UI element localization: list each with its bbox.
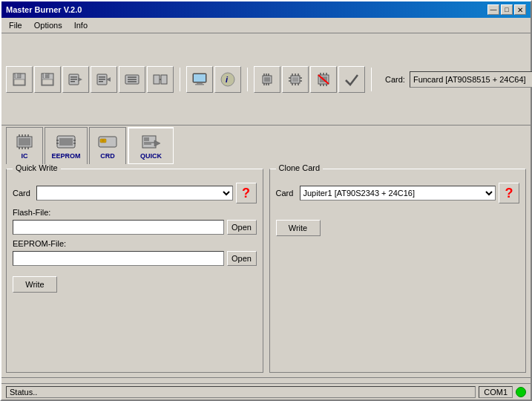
toolbar-btn-1[interactable] — [6, 66, 33, 93]
toolbar-btn-3[interactable] — [62, 66, 89, 93]
cc-card-select[interactable]: Jupiter1 [AT90S2343 + 24C16] — [300, 186, 496, 200]
tab-eeprom-icon — [56, 133, 76, 151]
svg-rect-6 — [44, 74, 45, 78]
qw-card-label: Card — [13, 189, 33, 198]
tab-eeprom[interactable]: EEPROM — [45, 127, 88, 164]
svg-rect-70 — [19, 138, 30, 146]
toolbar-separator-1 — [180, 68, 180, 91]
com-indicator: COM1 — [479, 386, 513, 398]
quick-write-inner: Card ? Flash-File: Open — [13, 178, 257, 293]
cc-card-label: Card — [276, 189, 297, 198]
card-label: Card: — [385, 75, 405, 84]
toolbar-info-btn[interactable]: i — [214, 66, 241, 93]
maximize-button[interactable]: □ — [501, 4, 513, 15]
tab-quick-label: QUICK — [140, 152, 162, 160]
qw-card-select[interactable] — [36, 186, 233, 200]
qw-eeprom-open-btn[interactable]: Open — [227, 251, 257, 266]
read-icon — [68, 71, 84, 88]
tab-quick[interactable]: QUICK — [128, 127, 174, 164]
status-led — [516, 387, 526, 397]
svg-rect-29 — [195, 84, 204, 85]
svg-rect-16 — [99, 79, 105, 80]
svg-rect-3 — [14, 79, 24, 85]
qw-flash-section: Flash-File: Open — [13, 208, 257, 235]
monitor-icon — [191, 71, 208, 88]
menu-info[interactable]: Info — [70, 19, 92, 31]
info-icon: i — [220, 71, 236, 88]
svg-rect-10 — [70, 76, 77, 78]
svg-rect-39 — [264, 77, 270, 82]
quick-write-title: Quick Write — [13, 164, 61, 172]
title-bar-controls: — □ ✕ — [487, 4, 526, 15]
minimize-button[interactable]: — — [487, 4, 499, 15]
tab-ic[interactable]: IC — [6, 127, 43, 164]
tab-ic-label: IC — [22, 152, 28, 160]
status-bar: Status.. COM1 — [1, 383, 531, 400]
svg-rect-12 — [70, 81, 75, 82]
toolbar-check-btn[interactable] — [338, 66, 365, 93]
card-row: Card: Funcard [AT90S8515 + 24C64] — [385, 71, 532, 88]
qw-help-button[interactable]: ? — [236, 183, 257, 203]
toolbar-btn-2[interactable] — [34, 66, 61, 93]
qw-eeprom-section: EEPROM-File: Open — [13, 239, 257, 266]
tab-crd-label: CRD — [100, 152, 115, 160]
toolbar-icon-group-left — [6, 66, 174, 93]
toolbar-separator-3 — [371, 68, 372, 91]
svg-rect-2 — [16, 74, 17, 78]
menu-file[interactable]: File — [4, 19, 27, 31]
cc-write-button[interactable]: Write — [276, 220, 321, 236]
qw-flash-row: Open — [13, 220, 257, 235]
qw-eeprom-row: Open — [13, 251, 257, 266]
svg-rect-7 — [42, 79, 53, 85]
resize-area — [1, 377, 531, 383]
svg-marker-13 — [78, 77, 82, 82]
toolbar-chip2-btn[interactable] — [282, 66, 309, 93]
qw-flash-input[interactable] — [13, 220, 224, 235]
clone-card-inner: Card Jupiter1 [AT90S2343 + 24C16] ? Writ… — [276, 178, 520, 236]
qw-flash-label: Flash-File: — [13, 208, 257, 217]
svg-rect-28 — [197, 82, 203, 84]
svg-rect-11 — [70, 79, 77, 80]
tab-eeprom-label: EEPROM — [51, 152, 80, 160]
qw-card-row: Card ? — [13, 183, 257, 203]
chip3-icon — [315, 71, 332, 88]
toolbar-icon-group-center: i — [186, 66, 241, 93]
chip1-icon — [259, 71, 275, 88]
tab-crd[interactable]: CRD — [89, 127, 126, 164]
compare-icon — [152, 71, 168, 88]
toolbar-chip1-btn[interactable] — [254, 66, 280, 93]
save-icon — [39, 71, 56, 88]
tab-bar: IC EEPROM CRD — [1, 125, 531, 164]
toolbar-icon-group-chips — [254, 66, 365, 93]
toolbar-btn-5[interactable] — [119, 66, 145, 93]
erase-icon — [124, 71, 140, 88]
card-select[interactable]: Funcard [AT90S8515 + 24C64] — [410, 71, 532, 88]
toolbar-btn-6[interactable] — [147, 66, 174, 93]
tab-ic-icon — [15, 133, 34, 151]
svg-rect-51 — [292, 77, 298, 82]
open-icon — [11, 71, 27, 88]
title-bar: Master Burner V.2.0 — □ ✕ — [1, 1, 531, 18]
toolbar-btn-4[interactable] — [91, 66, 117, 93]
qw-eeprom-input[interactable] — [13, 251, 224, 266]
clone-card-panel: Clone Card Card Jupiter1 [AT90S2343 + 24… — [269, 169, 527, 373]
cc-help-button[interactable]: ? — [499, 183, 519, 203]
svg-rect-8 — [45, 75, 49, 77]
toolbar-separator-2 — [247, 68, 248, 91]
qw-flash-open-btn[interactable]: Open — [227, 220, 257, 235]
menu-options[interactable]: Options — [30, 19, 67, 31]
svg-rect-23 — [154, 75, 160, 84]
verify-icon — [344, 71, 360, 88]
qw-write-button[interactable]: Write — [13, 276, 57, 293]
svg-rect-15 — [99, 76, 105, 78]
toolbar-chip3-btn[interactable] — [310, 66, 337, 93]
chip2-icon — [287, 71, 303, 88]
status-text: Status.. — [6, 386, 476, 398]
toolbar: i — [1, 33, 531, 125]
toolbar-monitor-btn[interactable] — [186, 66, 213, 93]
close-button[interactable]: ✕ — [514, 4, 526, 15]
menubar: File Options Info — [1, 18, 531, 33]
write-icon — [96, 71, 112, 88]
svg-rect-83 — [144, 137, 149, 141]
svg-marker-86 — [154, 140, 160, 146]
